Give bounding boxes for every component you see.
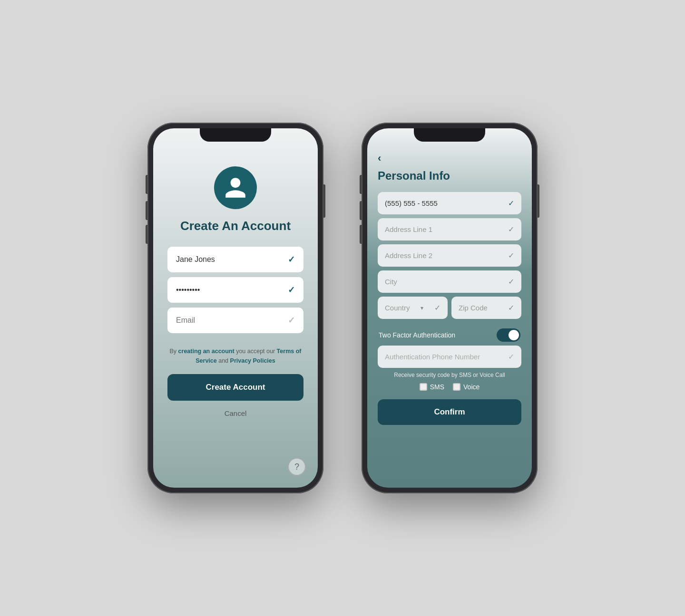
phone-frame-1: Create An Account ✓ document.querySelect… — [147, 123, 323, 493]
screen-create-account: Create An Account ✓ document.querySelect… — [153, 128, 318, 488]
terms-bold-privacy[interactable]: Privacy Policies — [230, 357, 275, 364]
address2-field[interactable]: Address Line 2 ✓ — [378, 244, 521, 267]
city-placeholder: City — [385, 278, 397, 286]
auth-phone-check-icon: ✓ — [508, 352, 514, 361]
phone-field[interactable]: (555) 555 - 5555 ✓ — [378, 192, 521, 214]
country-dropdown-icon: ▾ — [421, 305, 423, 311]
sms-checkbox[interactable] — [420, 383, 427, 391]
country-placeholder: Country — [385, 304, 410, 312]
terms-text: By creating an account you accept our Te… — [167, 346, 303, 366]
notch-1 — [200, 128, 271, 142]
city-check-icon: ✓ — [508, 277, 514, 286]
address2-placeholder: Address Line 2 — [385, 251, 432, 260]
address1-placeholder: Address Line 1 — [385, 225, 432, 233]
address2-check-icon: ✓ — [508, 251, 514, 260]
sms-option[interactable]: SMS — [420, 383, 444, 391]
address1-field[interactable]: Address Line 1 ✓ — [378, 218, 521, 241]
phone-frame-2: ‹ Personal Info (555) 555 - 5555 ✓ Addre… — [362, 123, 538, 493]
screen-personal-info: ‹ Personal Info (555) 555 - 5555 ✓ Addre… — [367, 128, 532, 488]
country-zip-row: Country ▾ ✓ Zip Code ✓ — [378, 297, 521, 319]
email-input[interactable] — [176, 316, 288, 325]
confirm-button[interactable]: Confirm — [378, 399, 521, 425]
phone-check-icon: ✓ — [508, 199, 514, 208]
notch-2 — [414, 128, 485, 142]
personal-info-title: Personal Info — [378, 169, 521, 183]
email-field[interactable]: ✓ — [167, 308, 303, 333]
email-check-icon: ✓ — [288, 315, 295, 326]
terms-bold-creating: creating an account — [178, 348, 235, 355]
name-check-icon: ✓ — [288, 254, 295, 265]
auth-phone-placeholder: Authentication Phone Number — [385, 353, 480, 361]
zip-field[interactable]: Zip Code ✓ — [451, 297, 521, 319]
two-factor-toggle[interactable] — [497, 328, 520, 342]
password-input[interactable] — [176, 286, 288, 294]
city-field[interactable]: City ✓ — [378, 270, 521, 293]
name-input[interactable] — [176, 255, 288, 264]
zip-check-icon: ✓ — [508, 303, 514, 312]
two-factor-row: Two Factor Authentication — [378, 328, 521, 342]
toggle-knob — [509, 330, 519, 340]
security-text: Receive security code by SMS or Voice Ca… — [378, 372, 521, 378]
sms-voice-row: SMS Voice — [378, 383, 521, 391]
country-check-icon: ✓ — [434, 303, 440, 312]
auth-phone-field[interactable]: Authentication Phone Number ✓ — [378, 346, 521, 368]
password-field[interactable]: ✓ — [167, 277, 303, 303]
create-account-title: Create An Account — [180, 219, 291, 233]
two-factor-label: Two Factor Authentication — [379, 331, 455, 339]
voice-option[interactable]: Voice — [453, 383, 480, 391]
back-button[interactable]: ‹ — [378, 152, 521, 164]
password-check-icon: ✓ — [288, 285, 295, 295]
sms-label: SMS — [430, 383, 444, 391]
cancel-button[interactable]: Cancel — [225, 409, 247, 417]
name-field[interactable]: ✓ — [167, 247, 303, 272]
help-button[interactable]: ? — [288, 458, 306, 476]
country-field[interactable]: Country ▾ ✓ — [378, 297, 448, 319]
avatar-icon — [214, 166, 257, 209]
phone-value: (555) 555 - 5555 — [385, 199, 438, 207]
voice-checkbox[interactable] — [453, 383, 460, 391]
zip-placeholder: Zip Code — [459, 304, 488, 312]
create-account-button[interactable]: Create Account — [167, 374, 303, 401]
voice-label: Voice — [463, 383, 480, 391]
address1-check-icon: ✓ — [508, 225, 514, 234]
